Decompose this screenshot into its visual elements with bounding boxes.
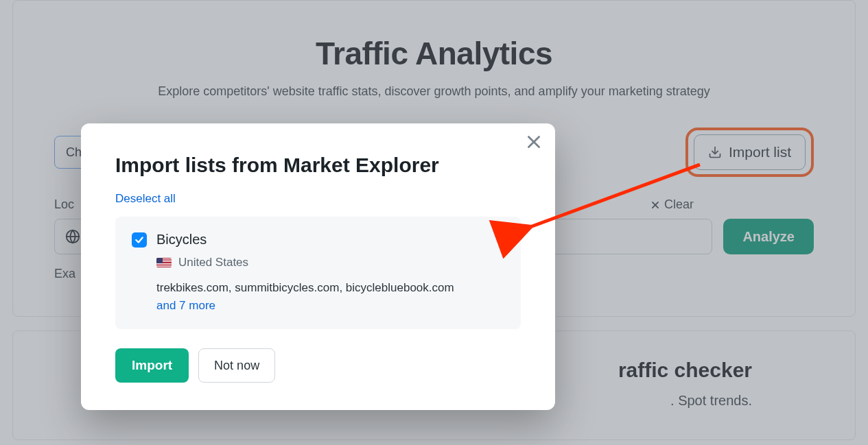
import-button[interactable]: Import xyxy=(115,348,189,383)
import-dialog: Import lists from Market Explorer Desele… xyxy=(81,123,555,410)
us-flag-icon xyxy=(156,258,172,267)
close-icon xyxy=(525,133,543,151)
list-item-location: United States xyxy=(178,256,248,269)
list-item-title: Bicycles xyxy=(156,232,207,248)
check-icon xyxy=(134,235,144,245)
import-list-item[interactable]: Bicycles United States trekbikes.com, su… xyxy=(115,217,521,329)
list-item-checkbox[interactable] xyxy=(132,232,147,248)
dialog-close-button[interactable] xyxy=(525,133,543,154)
list-item-more-link[interactable]: and 7 more xyxy=(156,299,215,312)
import-button-label: Import xyxy=(132,358,172,372)
not-now-button[interactable]: Not now xyxy=(198,348,275,383)
list-item-domains: trekbikes.com, summitbicycles.com, bicyc… xyxy=(156,281,454,294)
deselect-all-link[interactable]: Deselect all xyxy=(115,192,521,206)
dialog-title: Import lists from Market Explorer xyxy=(115,154,521,177)
not-now-label: Not now xyxy=(214,359,259,372)
